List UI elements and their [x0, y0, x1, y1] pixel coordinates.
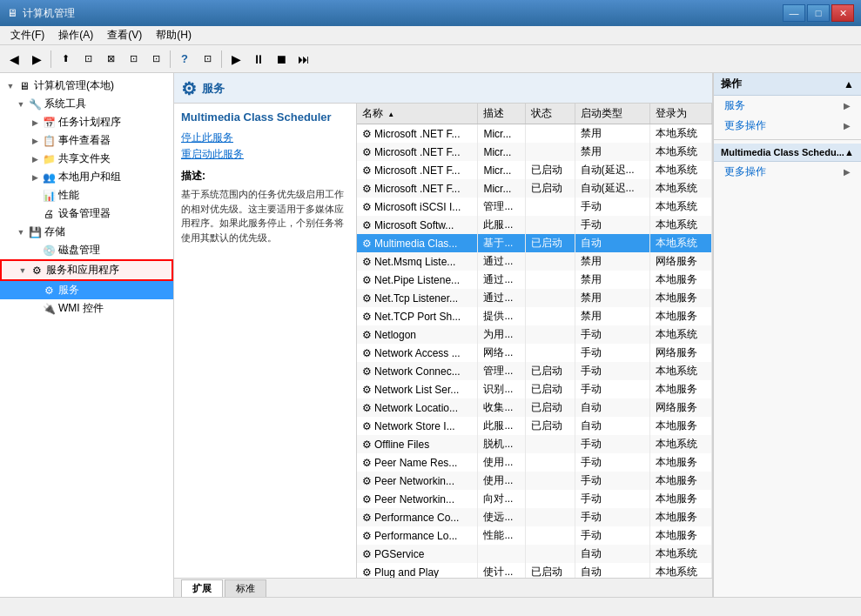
cell-logon: 本地服务: [650, 526, 712, 545]
cell-starttype: 禁用: [575, 271, 650, 289]
ops-item-more1[interactable]: 更多操作 ▶: [714, 116, 861, 136]
col-desc[interactable]: 描述: [478, 104, 525, 124]
toolbar-sep-2: [170, 50, 171, 68]
table-row[interactable]: ⚙Network Access ...网络...手动网络服务: [357, 344, 712, 362]
toolbar-btn2[interactable]: ⊠: [100, 49, 121, 70]
table-row[interactable]: ⚙Net.TCP Port Sh...提供...禁用本地服务: [357, 307, 712, 325]
toolbar-btn3[interactable]: ⊡: [123, 49, 144, 70]
toolbar-stop[interactable]: ⏹: [271, 49, 292, 70]
table-row[interactable]: ⚙Performance Lo...性能...手动本地服务: [357, 526, 712, 545]
cell-name: ⚙Multimedia Clas...: [357, 234, 478, 252]
toolbar-up[interactable]: ⬆: [55, 49, 76, 70]
table-row[interactable]: ⚙Microsoft .NET F...Micr...禁用本地系统: [357, 124, 712, 144]
table-row[interactable]: ⚙Microsoft .NET F...Micr...已启动自动(延迟...本地…: [357, 161, 712, 179]
cell-status: [525, 252, 575, 271]
service-icon: ⚙: [362, 219, 372, 231]
table-row[interactable]: ⚙Performance Co...使远...手动本地服务: [357, 508, 712, 526]
tree-item-users[interactable]: ▶ 👥 本地用户和组: [0, 168, 173, 186]
cell-logon: 本地系统: [650, 161, 712, 179]
col-starttype[interactable]: 启动类型: [575, 104, 650, 124]
table-row[interactable]: ⚙Network Store I...此服...已启动自动本地服务: [357, 417, 712, 435]
tree-item-tasks[interactable]: ▶ 📅 任务计划程序: [0, 113, 173, 131]
expand-tasks[interactable]: ▶: [28, 116, 42, 130]
menu-action[interactable]: 操作(A): [51, 26, 100, 44]
toolbar-btn5[interactable]: ⊡: [197, 49, 218, 70]
service-icon: ⚙: [362, 201, 372, 213]
cell-status: [525, 271, 575, 289]
toolbar-forward[interactable]: ▶: [26, 49, 47, 70]
service-header-icon: ⚙: [181, 78, 197, 99]
tree-item-storage[interactable]: ▼ 💾 存储: [0, 223, 173, 241]
table-row[interactable]: ⚙Microsoft .NET F...Micr...已启动自动(延迟...本地…: [357, 179, 712, 198]
table-row[interactable]: ⚙Offline Files脱机...手动本地系统: [357, 435, 712, 453]
cell-name: ⚙Microsoft .NET F...: [357, 179, 478, 198]
tree-item-systools[interactable]: ▼ 🔧 系统工具: [0, 95, 173, 113]
tree-item-svc[interactable]: ⚙ 服务: [0, 281, 173, 299]
tree-item-root[interactable]: ▼ 🖥 计算机管理(本地): [0, 77, 173, 95]
table-row[interactable]: ⚙Net.Pipe Listene...通过...禁用本地服务: [357, 271, 712, 289]
restart-service-link[interactable]: 重启动此服务: [181, 147, 349, 162]
toolbar-back[interactable]: ◀: [3, 49, 24, 70]
cell-logon: 本地系统: [650, 124, 712, 144]
table-row[interactable]: ⚙Netlogon为用...手动本地系统: [357, 325, 712, 344]
table-row[interactable]: ⚙Peer Name Res...使用...手动本地服务: [357, 453, 712, 472]
table-row[interactable]: ⚙Microsoft iSCSI I...管理...手动本地系统: [357, 198, 712, 216]
col-logon[interactable]: 登录为: [650, 104, 712, 124]
table-row[interactable]: ⚙Multimedia Clas...基于...已启动自动本地系统: [357, 234, 712, 252]
cell-starttype: 禁用: [575, 143, 650, 161]
cell-desc: Micr...: [478, 124, 525, 144]
maximize-button[interactable]: □: [807, 4, 830, 22]
close-button[interactable]: ✕: [831, 4, 854, 22]
tab-standard[interactable]: 标准: [225, 579, 266, 597]
expand-users[interactable]: ▶: [28, 171, 42, 184]
tree-item-svcapp[interactable]: ▼ ⚙ 服务和应用程序: [0, 259, 173, 281]
tree-item-events[interactable]: ▶ 📋 事件查看器: [0, 131, 173, 150]
minimize-button[interactable]: —: [783, 4, 805, 22]
expand-root[interactable]: ▼: [3, 79, 17, 93]
toolbar-pause[interactable]: ⏸: [248, 49, 269, 70]
toolbar-restart[interactable]: ⏭: [293, 49, 314, 70]
col-status[interactable]: 状态: [525, 104, 575, 124]
tree-item-devmgr[interactable]: 🖨 设备管理器: [0, 204, 173, 223]
cell-desc: 使用...: [478, 472, 525, 490]
menu-help[interactable]: 帮助(H): [149, 26, 198, 44]
toolbar-play[interactable]: ▶: [225, 49, 246, 70]
table-row[interactable]: ⚙Network Locatio...收集...已启动自动网络服务: [357, 398, 712, 417]
tab-extended[interactable]: 扩展: [181, 579, 223, 597]
table-row[interactable]: ⚙Network Connec...管理...已启动手动本地系统: [357, 362, 712, 380]
menu-view[interactable]: 查看(V): [100, 26, 149, 44]
cell-name: ⚙Netlogon: [357, 325, 478, 344]
service-icon: ⚙: [362, 457, 372, 469]
expand-svcapp[interactable]: ▼: [16, 264, 30, 278]
toolbar-sep-1: [50, 50, 51, 68]
expand-shared[interactable]: ▶: [28, 152, 42, 166]
expand-systools[interactable]: ▼: [14, 97, 28, 111]
expand-events[interactable]: ▶: [28, 134, 42, 148]
tree-item-wmi[interactable]: 🔌 WMI 控件: [0, 299, 173, 318]
table-row[interactable]: ⚙Peer Networkin...向对...手动本地服务: [357, 490, 712, 508]
toolbar-btn1[interactable]: ⊡: [77, 49, 98, 70]
toolbar-help[interactable]: ?: [174, 49, 195, 70]
expand-storage[interactable]: ▼: [14, 225, 28, 239]
toolbar-btn4[interactable]: ⊡: [145, 49, 166, 70]
table-row[interactable]: ⚙Net.Tcp Listener...通过...禁用本地服务: [357, 289, 712, 307]
tabs-bar: 扩展 标准: [174, 578, 712, 597]
cell-logon: 本地系统: [650, 362, 712, 380]
menu-file[interactable]: 文件(F): [3, 26, 51, 44]
tree-item-shared[interactable]: ▶ 📁 共享文件夹: [0, 150, 173, 168]
stop-service-link[interactable]: 停止此服务: [181, 131, 349, 145]
table-row[interactable]: ⚙Peer Networkin...使用...手动本地服务: [357, 472, 712, 490]
table-row[interactable]: ⚙PGService自动本地系统: [357, 545, 712, 563]
service-list-scroll[interactable]: 名称 ▲ 描述 状态 启动类型 登录为 ⚙Microsoft .NET F...…: [357, 104, 712, 578]
table-row[interactable]: ⚙Network List Ser...识别...已启动手动本地服务: [357, 380, 712, 398]
tree-item-perf[interactable]: 📊 性能: [0, 186, 173, 204]
cell-name: ⚙Network Locatio...: [357, 398, 478, 417]
ops-item-services[interactable]: 服务 ▶: [714, 96, 861, 116]
col-name[interactable]: 名称 ▲: [357, 104, 478, 124]
tree-item-disk[interactable]: 💿 磁盘管理: [0, 241, 173, 259]
ops-item-more2[interactable]: 更多操作 ▶: [714, 162, 861, 182]
table-row[interactable]: ⚙Plug and Play使计...已启动自动本地系统: [357, 563, 712, 578]
table-row[interactable]: ⚙Net.Msmq Liste...通过...禁用网络服务: [357, 252, 712, 271]
table-row[interactable]: ⚙Microsoft .NET F...Micr...禁用本地系统: [357, 143, 712, 161]
table-row[interactable]: ⚙Microsoft Softw...此服...手动本地系统: [357, 216, 712, 234]
